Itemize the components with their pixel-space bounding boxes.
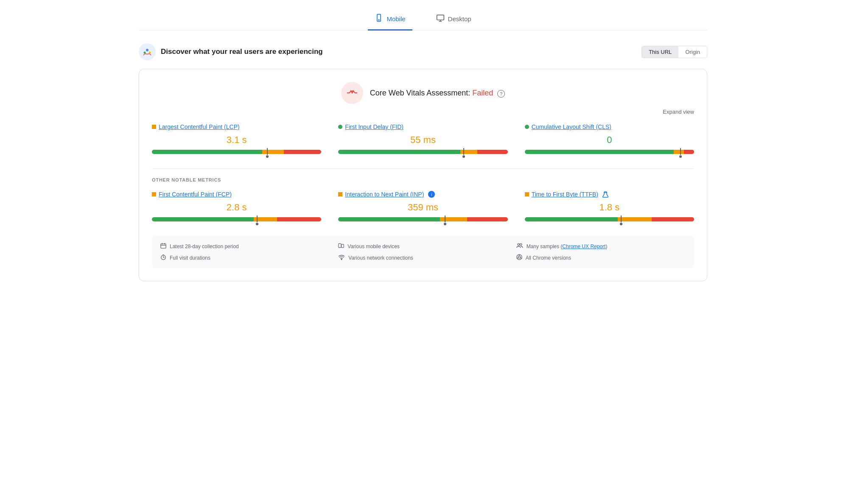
svg-point-5	[146, 49, 148, 51]
footer-network: Various network connections	[338, 254, 507, 261]
svg-marker-10	[351, 90, 353, 92]
footer-visit-text: Full visit durations	[170, 255, 210, 261]
lcp-bar	[152, 150, 321, 154]
lcp-bar-red	[284, 150, 321, 154]
cwv-failed-icon	[341, 82, 363, 104]
metric-ttfb-value: 1.8 s	[525, 199, 694, 216]
lcp-bar-green	[152, 150, 262, 154]
mobile-devices-icon	[338, 243, 344, 250]
inp-bar-wrapper	[338, 217, 507, 221]
fid-indicator	[338, 125, 342, 129]
other-metrics-label: OTHER NOTABLE METRICS	[152, 177, 694, 182]
svg-point-29	[518, 256, 520, 258]
svg-rect-18	[342, 244, 344, 248]
footer-chrome-text: All Chrome versions	[526, 255, 571, 261]
footer-visit-durations: Full visit durations	[160, 254, 330, 261]
cwv-help-icon[interactable]: ?	[497, 90, 505, 98]
inp-indicator	[338, 192, 342, 196]
metric-inp: Interaction to Next Paint (INP) i 359 ms	[338, 191, 507, 223]
ttfb-bar-wrapper	[525, 217, 694, 221]
svg-line-32	[517, 258, 518, 258]
fid-bar-wrapper	[338, 150, 507, 154]
lcp-bar-marker	[266, 148, 269, 158]
ttfb-bar	[525, 217, 694, 221]
origin-button[interactable]: Origin	[678, 46, 707, 58]
metric-lcp-value: 3.1 s	[152, 132, 321, 148]
lcp-bar-orange	[262, 150, 284, 154]
inp-info-icon[interactable]: i	[428, 191, 435, 198]
metric-cls-label[interactable]: Cumulative Layout Shift (CLS)	[525, 123, 694, 130]
footer-mobile-text: Various mobile devices	[347, 244, 400, 249]
fcp-bar-wrapper	[152, 217, 321, 221]
svg-rect-2	[437, 15, 444, 20]
fid-bar-green	[338, 150, 460, 154]
metric-fid-value: 55 ms	[338, 132, 507, 148]
metric-fid-label[interactable]: First Input Delay (FID)	[338, 123, 507, 130]
ttfb-bar-marker	[620, 216, 622, 225]
lcp-bar-wrapper	[152, 150, 321, 154]
ttfb-beaker-icon[interactable]	[602, 191, 608, 198]
section-header: Discover what your real users are experi…	[139, 43, 707, 60]
network-icon	[338, 254, 345, 261]
inp-bar-green	[338, 217, 440, 221]
timer-icon	[160, 254, 166, 261]
footer-mobile-devices: Various mobile devices	[338, 243, 507, 250]
expand-view-link[interactable]: Expand view	[663, 109, 694, 115]
metric-fid: First Input Delay (FID) 55 ms	[338, 123, 507, 156]
calendar-icon	[160, 243, 166, 250]
cls-bar-green	[525, 150, 674, 154]
footer-samples: Many samples (Chrome UX Report)	[516, 243, 686, 250]
metric-fcp-label[interactable]: First Contentful Paint (FCP)	[152, 191, 321, 198]
metric-cls: Cumulative Layout Shift (CLS) 0	[525, 123, 694, 156]
card-footer: Latest 28-day collection period Various …	[152, 236, 694, 268]
fid-bar-red	[477, 150, 508, 154]
metric-lcp-label[interactable]: Largest Contentful Paint (LCP)	[152, 123, 321, 130]
cls-bar-marker	[679, 148, 682, 158]
cwv-status: Failed	[472, 89, 493, 97]
section-title: Discover what your real users are experi…	[161, 48, 323, 56]
inp-bar-red	[467, 217, 508, 221]
footer-chrome-versions: All Chrome versions	[516, 254, 686, 261]
tab-desktop[interactable]: Desktop	[429, 8, 478, 31]
cls-bar-wrapper	[525, 150, 694, 154]
svg-point-27	[341, 259, 342, 260]
footer-network-text: Various network connections	[348, 255, 413, 261]
ttfb-indicator	[525, 192, 529, 196]
metric-ttfb-label[interactable]: Time to First Byte (TTFB)	[525, 191, 694, 198]
footer-collection-period: Latest 28-day collection period	[160, 243, 330, 250]
other-metrics-grid: First Contentful Paint (FCP) 2.8 s	[152, 191, 694, 223]
page-wrapper: Mobile Desktop Di	[126, 0, 720, 290]
tab-mobile-label: Mobile	[387, 15, 405, 22]
tab-desktop-label: Desktop	[448, 15, 471, 22]
svg-point-7	[149, 52, 151, 54]
fcp-bar-marker	[256, 216, 258, 225]
inp-bar-marker	[444, 216, 446, 225]
chrome-ux-report-link[interactable]: Chrome UX Report	[562, 244, 605, 249]
core-metrics-grid: Largest Contentful Paint (LCP) 3.1 s	[152, 123, 694, 156]
url-toggle: This URL Origin	[642, 46, 707, 58]
this-url-button[interactable]: This URL	[642, 46, 678, 58]
ttfb-bar-green	[525, 217, 618, 221]
fcp-bar-red	[277, 217, 321, 221]
svg-point-6	[144, 52, 146, 54]
ttfb-bar-orange	[618, 217, 652, 221]
fcp-indicator	[152, 192, 156, 196]
tab-mobile[interactable]: Mobile	[368, 8, 412, 31]
cwv-header: Core Web Vitals Assessment: Failed ?	[152, 82, 694, 104]
footer-collection-text: Latest 28-day collection period	[170, 244, 239, 249]
inp-bar	[338, 217, 507, 221]
desktop-icon	[436, 14, 445, 24]
metric-inp-label[interactable]: Interaction to Next Paint (INP) i	[338, 191, 507, 198]
fcp-bar-green	[152, 217, 254, 221]
svg-line-31	[520, 258, 521, 258]
svg-point-20	[518, 244, 519, 245]
fid-bar-marker	[462, 148, 465, 158]
lcp-indicator	[152, 125, 156, 129]
metric-ttfb: Time to First Byte (TTFB) 1.8 s	[525, 191, 694, 223]
cls-bar-orange	[674, 150, 684, 154]
section-divider	[152, 168, 694, 169]
fid-bar	[338, 150, 507, 154]
mobile-icon	[375, 14, 383, 24]
metric-fcp-value: 2.8 s	[152, 199, 321, 216]
cwv-title-prefix: Core Web Vitals Assessment:	[370, 89, 472, 97]
